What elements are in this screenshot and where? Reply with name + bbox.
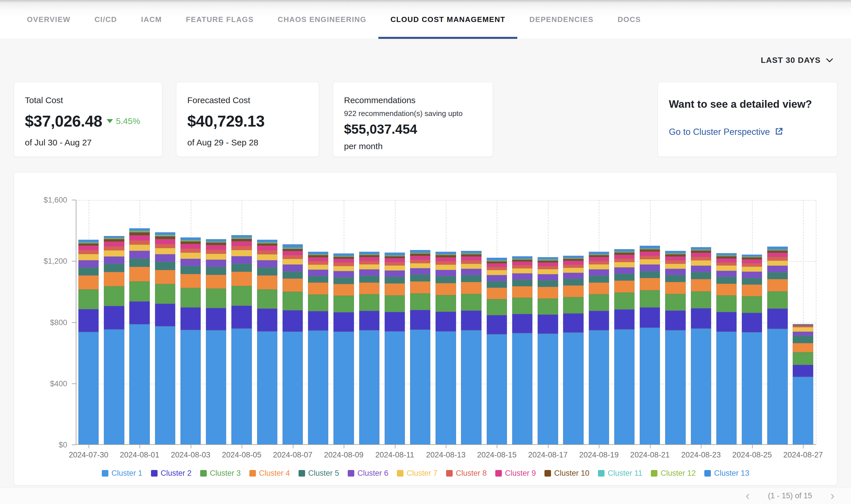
segment-cluster-3[interactable] [640,290,660,307]
segment-cluster-1[interactable] [767,329,787,445]
bar-2024-08-05[interactable] [229,200,254,445]
segment-cluster-2[interactable] [512,314,533,333]
segment-cluster-8[interactable] [767,257,787,260]
segment-cluster-10[interactable] [487,262,507,264]
bar-2024-08-15[interactable] [484,200,509,445]
tab-cloud-cost-management[interactable]: CLOUD COST MANAGEMENT [378,0,517,39]
segment-cluster-7[interactable] [282,259,303,265]
segment-cluster-13[interactable] [206,239,226,241]
segment-cluster-10[interactable] [129,232,150,235]
segment-cluster-7[interactable] [155,248,175,254]
segment-cluster-1[interactable] [512,333,533,445]
segment-cluster-4[interactable] [385,284,405,295]
date-range-dropdown[interactable]: LAST 30 DAYS [761,56,833,65]
segment-cluster-4[interactable] [257,275,277,289]
segment-cluster-9[interactable] [410,256,430,260]
segment-cluster-10[interactable] [614,253,635,255]
segment-cluster-10[interactable] [512,260,533,262]
segment-cluster-9[interactable] [129,235,150,240]
segment-cluster-6[interactable] [79,260,99,268]
segment-cluster-7[interactable] [640,259,660,265]
segment-cluster-5[interactable] [691,272,711,279]
segment-cluster-9[interactable] [435,257,456,261]
segment-cluster-7[interactable] [410,263,430,268]
segment-cluster-4[interactable] [155,270,175,284]
segment-cluster-8[interactable] [129,240,150,245]
segment-cluster-1[interactable] [461,330,481,445]
bar-2024-08-21[interactable] [637,200,663,445]
segment-cluster-5[interactable] [333,277,354,284]
segment-cluster-3[interactable] [691,291,711,308]
segment-cluster-2[interactable] [742,313,762,332]
segment-cluster-2[interactable] [333,312,354,332]
segment-cluster-4[interactable] [589,283,609,294]
bar-2024-08-16[interactable] [509,200,535,445]
segment-cluster-5[interactable] [563,279,583,285]
segment-cluster-7[interactable] [512,268,533,273]
segment-cluster-4[interactable] [691,279,711,291]
segment-cluster-10[interactable] [461,254,481,256]
segment-cluster-9[interactable] [716,258,736,262]
segment-cluster-3[interactable] [793,352,813,365]
tab-docs[interactable]: DOCS [606,0,653,39]
segment-cluster-7[interactable] [563,268,583,273]
segment-cluster-10[interactable] [563,259,583,261]
segment-cluster-10[interactable] [767,251,787,253]
segment-cluster-8[interactable] [385,262,405,266]
segment-cluster-3[interactable] [767,291,787,309]
segment-cluster-10[interactable] [742,257,762,259]
segment-cluster-10[interactable] [691,251,711,253]
segment-cluster-1[interactable] [385,331,405,445]
segment-cluster-6[interactable] [716,271,736,277]
segment-cluster-9[interactable] [180,244,201,249]
segment-cluster-9[interactable] [487,264,507,267]
segment-cluster-7[interactable] [665,264,685,269]
segment-cluster-7[interactable] [308,265,328,270]
segment-cluster-13[interactable] [308,252,328,254]
bar-2024-08-18[interactable] [560,200,586,445]
segment-cluster-3[interactable] [359,294,380,311]
segment-cluster-4[interactable] [282,278,303,292]
segment-cluster-10[interactable] [410,254,430,256]
segment-cluster-10[interactable] [308,255,328,257]
segment-cluster-2[interactable] [282,310,303,332]
segment-cluster-8[interactable] [155,244,175,248]
segment-cluster-1[interactable] [742,332,762,445]
segment-cluster-6[interactable] [231,256,251,264]
segment-cluster-5[interactable] [512,280,533,286]
segment-cluster-8[interactable] [563,265,583,268]
segment-cluster-3[interactable] [206,289,226,308]
segment-cluster-10[interactable] [359,255,380,257]
segment-cluster-8[interactable] [333,263,354,266]
segment-cluster-3[interactable] [410,293,430,310]
bar-2024-08-02[interactable] [152,200,178,445]
segment-cluster-9[interactable] [257,246,277,250]
bar-2024-08-04[interactable] [203,200,229,445]
segment-cluster-10[interactable] [385,256,405,258]
segment-cluster-9[interactable] [589,257,609,261]
segment-cluster-4[interactable] [563,285,583,297]
segment-cluster-4[interactable] [742,285,762,296]
segment-cluster-8[interactable] [308,261,328,265]
segment-cluster-5[interactable] [614,274,635,281]
segment-cluster-2[interactable] [104,306,124,329]
segment-cluster-9[interactable] [538,263,558,266]
segment-cluster-13[interactable] [410,250,430,253]
segment-cluster-2[interactable] [79,309,99,332]
segment-cluster-2[interactable] [793,365,813,377]
segment-cluster-7[interactable] [793,327,813,332]
segment-cluster-4[interactable] [359,283,380,294]
segment-cluster-13[interactable] [333,253,354,256]
segment-cluster-5[interactable] [79,267,99,275]
segment-cluster-6[interactable] [793,332,813,336]
bar-2024-08-27[interactable] [791,200,816,445]
segment-cluster-3[interactable] [155,284,175,304]
segment-cluster-7[interactable] [231,250,251,256]
segment-cluster-4[interactable] [461,282,481,294]
segment-cluster-8[interactable] [104,246,124,250]
segment-cluster-6[interactable] [767,266,787,272]
segment-cluster-13[interactable] [767,247,787,249]
segment-cluster-4[interactable] [512,286,533,298]
segment-cluster-6[interactable] [435,270,456,276]
segment-cluster-9[interactable] [385,258,405,262]
